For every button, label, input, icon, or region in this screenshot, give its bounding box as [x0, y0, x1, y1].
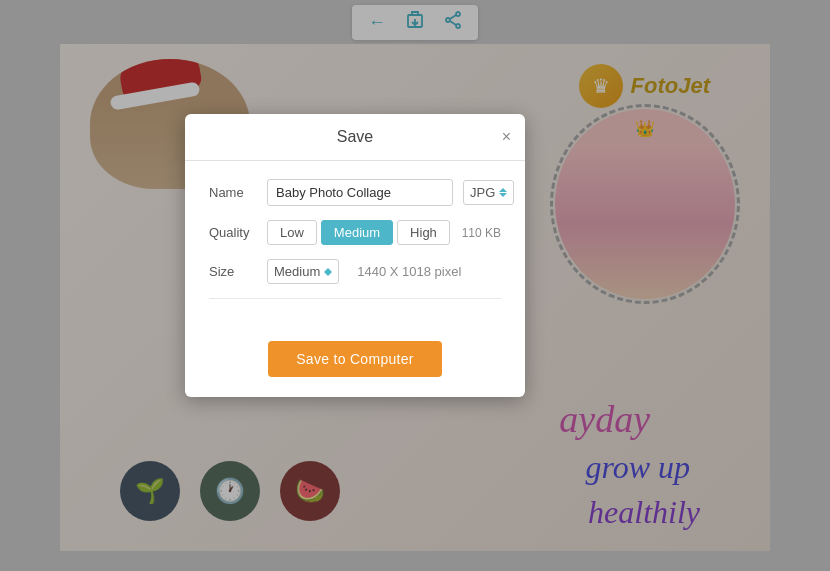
size-chevron-down	[324, 272, 332, 276]
quality-high-button[interactable]: High	[397, 220, 450, 245]
name-input[interactable]	[267, 179, 453, 206]
size-value: Medium	[274, 264, 320, 279]
size-row: Size Medium 1440 X 1018 pixel	[209, 259, 501, 284]
chevron-up	[499, 188, 507, 192]
save-dialog: Save × Name JPG Quality	[185, 114, 525, 397]
modal-overlay: Save × Name JPG Quality	[0, 0, 830, 571]
format-select[interactable]: JPG	[463, 180, 514, 205]
size-label: Size	[209, 264, 257, 279]
save-to-computer-button[interactable]: Save to Computer	[268, 341, 442, 377]
quality-low-button[interactable]: Low	[267, 220, 317, 245]
dialog-footer: Save to Computer	[185, 327, 525, 397]
dialog-body: Name JPG Quality Low Medium High	[185, 161, 525, 327]
close-button[interactable]: ×	[502, 129, 511, 145]
format-value: JPG	[470, 185, 495, 200]
quality-label: Quality	[209, 225, 257, 240]
name-label: Name	[209, 185, 257, 200]
chevron-down	[499, 193, 507, 197]
dialog-header: Save ×	[185, 114, 525, 161]
quality-group: Low Medium High	[267, 220, 450, 245]
dialog-divider	[209, 298, 501, 299]
quality-medium-button[interactable]: Medium	[321, 220, 393, 245]
name-row: Name JPG	[209, 179, 501, 206]
size-dimensions: 1440 X 1018 pixel	[357, 264, 461, 279]
file-size: 110 KB	[462, 226, 501, 240]
size-chevron	[324, 268, 332, 276]
size-select[interactable]: Medium	[267, 259, 339, 284]
quality-row: Quality Low Medium High 110 KB	[209, 220, 501, 245]
format-chevron	[499, 188, 507, 197]
dialog-title: Save	[337, 128, 373, 146]
